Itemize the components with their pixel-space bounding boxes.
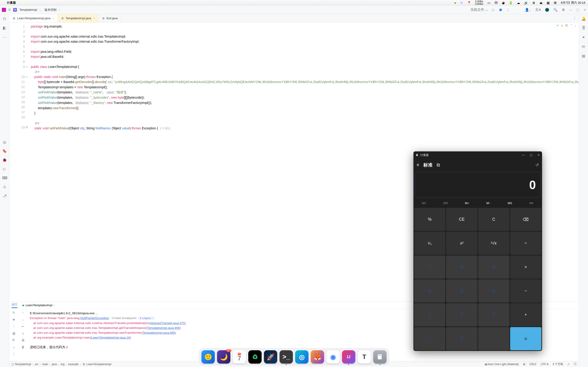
menubar-datetime[interactable]: 9月7日 周六 20:14 [561,1,585,5]
breadcrumb[interactable]: ▢ TemplateImpl›src›main›java›org›example… [11,363,111,366]
editor-inspection-status[interactable]: ✔▲61⌃⌄ [556,24,577,27]
calc-titlebar[interactable]: 🖩 计算器 — ▢ ✕ [414,151,542,159]
pie-icon[interactable]: ◕ [502,1,505,5]
calc-key[interactable]: 7 [414,256,445,279]
problems-icon[interactable]: ⓘ [574,362,577,366]
calc-key[interactable]: 4 [414,279,445,302]
project-badge[interactable]: TI [13,8,17,12]
down-stack-icon[interactable]: ↓ [22,318,24,321]
print-icon[interactable]: 🖶 [21,338,25,342]
close-tab-icon[interactable]: × [94,17,95,20]
calc-key[interactable]: CE [446,208,477,231]
stop-icon[interactable]: ■ [13,318,15,321]
indent-config[interactable]: 4 个空格 [553,362,563,366]
calc-close-icon[interactable]: ✕ [537,153,540,157]
calc-key[interactable]: 5 [446,279,477,302]
more-tool-icon[interactable]: ⋯ [3,35,6,40]
run-button-icon[interactable]: ▷ [492,8,495,12]
calc-key[interactable]: x² [446,232,477,255]
bookmark-tool-icon[interactable]: 🔖 [2,149,7,153]
project-tool-icon[interactable]: 🗀 [3,17,6,21]
dock-terminal-icon[interactable]: >_ [279,350,293,364]
intellij-icon[interactable] [2,8,6,12]
pin-icon[interactable]: 📍 [467,1,471,5]
calc-key[interactable]: + [510,303,541,326]
calc-key[interactable]: 8 [446,256,477,279]
ai-assistant-icon[interactable]: ✦ [582,35,585,40]
rerun-icon[interactable]: ↻ [12,311,15,315]
calc-key[interactable]: % [414,208,445,231]
dock-text-icon[interactable]: T [358,350,371,364]
calc-key[interactable]: − [510,279,541,302]
more-actions-icon[interactable]: ⋮ [12,352,15,356]
account-avatar-icon[interactable] [545,8,549,12]
display-icon[interactable]: 🖥 [532,1,536,5]
calc-mem-ms[interactable]: MS [499,200,520,206]
wechat-icon[interactable]: ● [454,1,456,5]
calc-key[interactable]: ÷ [510,232,541,255]
calc-key[interactable]: . [478,327,510,350]
export-icon[interactable]: ⇱ [12,338,15,342]
calc-key[interactable]: 3 [478,303,510,326]
dock-recycle-icon[interactable]: ♻︎ [248,350,262,364]
calc-key[interactable]: 2 [446,303,477,326]
editor-tab[interactable]: ☕Evil.java [99,14,121,22]
tabs-more-icon[interactable]: ⋮ [571,14,579,22]
close-window-icon[interactable]: ✕ [583,8,586,12]
debug-tool-icon[interactable]: 🐞 [2,158,7,162]
database-icon[interactable]: 🗄 [582,26,586,30]
memory-icon[interactable]: Ⓜ [494,1,498,5]
calc-maximize-icon[interactable]: ▢ [530,153,532,157]
file-encoding[interactable]: UTF-8 [541,363,548,366]
soft-wrap-icon[interactable]: ↩ [22,325,24,328]
calc-mem-m+[interactable]: M+ [456,200,478,206]
loop-icon[interactable]: ↻ [460,1,463,5]
dock-intellij-icon[interactable]: IJ [342,350,355,364]
calc-key[interactable]: ¹⁄ₓ [414,232,445,255]
services-icon[interactable]: ◎ [3,140,6,144]
calc-mem-m−[interactable]: M− [478,200,499,206]
structure-tool-icon[interactable]: ◧ [3,26,6,30]
layout-icon[interactable]: ▥ [12,332,15,335]
editor-tab[interactable]: ☕LearnTemplatesImpl.java× [9,14,58,22]
settings-icon[interactable]: ⚙ [562,8,565,12]
calc-menu-icon[interactable]: ≡ [417,163,419,167]
dock-finder-icon[interactable]: 🙂 [201,350,215,364]
calc-minimize-icon[interactable]: — [522,153,525,157]
calc-key[interactable]: 1 [414,303,445,326]
dock-firefox-icon[interactable]: 🦊 [311,350,324,364]
calc-key[interactable]: C [478,208,510,231]
calc-key[interactable]: × [510,256,541,279]
calc-key[interactable]: ²√x [478,232,510,255]
close-tab-icon[interactable]: × [53,17,54,20]
dock-edge-icon[interactable]: ◎ [295,350,309,364]
translate-icon[interactable]: 文A [535,8,541,12]
maximize-icon[interactable]: ▢ [576,8,579,12]
maven-icon[interactable]: m [582,44,585,49]
dock-moon-icon[interactable]: 🌙28° [217,350,230,364]
windows-defender-icon[interactable]: ⊞ [523,363,525,366]
clear-icon[interactable]: 🗑 [21,345,25,349]
editor-tab[interactable]: ☕TemplatesImpl.java× [58,14,99,22]
calc-key[interactable]: ⁺⁄₋ [414,327,445,350]
more-run-icon[interactable]: ⋮ [506,8,510,12]
bookmarks-icon[interactable]: ▤ [582,54,585,58]
dock-rocket-icon[interactable]: 🚀 [264,350,277,364]
eject-icon[interactable]: ⏏ [540,1,543,5]
run-tool-icon[interactable]: ▷ [3,167,6,171]
main-menu-icon[interactable]: ≡ [8,7,11,12]
calc-key[interactable]: 0 [446,327,477,350]
dock-calendar-icon[interactable]: 9月7 [233,350,246,364]
calc-ontop-icon[interactable]: ⧉ [437,162,440,168]
filter-icon[interactable]: ⌕ [13,345,15,349]
project-name[interactable]: TemplateImpl ⌄ [19,8,42,11]
control-center-icon[interactable]: 𝌆 [554,1,557,5]
app-box-icon[interactable]: ▦ [547,1,550,5]
dock-calculator-icon[interactable]: 🖩 [373,350,387,364]
calc-key[interactable]: = [510,327,541,350]
run-tab[interactable]: 运行 [11,302,17,308]
calc-history-icon[interactable]: ↺ [536,162,539,167]
debug-button-icon[interactable]: ⬢ [499,8,502,12]
git-tool-icon[interactable]: ⎇ [2,194,7,198]
vcs-dropdown[interactable]: 版本控制 ⌄ [44,8,62,12]
